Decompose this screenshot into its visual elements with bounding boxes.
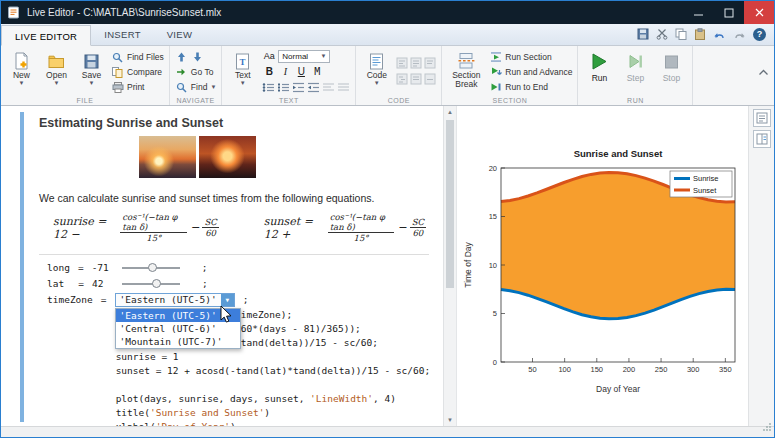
undo-icon[interactable]: [713, 29, 726, 40]
search-icon: [175, 82, 188, 93]
tab-insert[interactable]: INSERT: [91, 24, 153, 45]
long-slider[interactable]: [122, 262, 180, 274]
find-files-button[interactable]: Find Files: [111, 50, 164, 64]
scroll-up-icon[interactable]: ▲: [447, 106, 453, 118]
tab-view[interactable]: VIEW: [154, 24, 205, 45]
bulleted-list-icon[interactable]: [262, 79, 275, 97]
lat-variable-name: lat: [47, 278, 64, 289]
save-button[interactable]: Save ▼: [76, 49, 107, 95]
output-panel: 5010015020025030035005101520Sunrise and …: [456, 106, 748, 426]
code-line-sunset[interactable]: sunset = 12 + acosd(-tand(lat)*tand(delt…: [47, 350, 429, 364]
underline-button[interactable]: U: [294, 66, 308, 77]
close-button[interactable]: [744, 1, 774, 24]
maximize-button[interactable]: [714, 1, 744, 24]
monospace-button[interactable]: M: [310, 66, 324, 77]
run-to-end-button[interactable]: Run to End: [489, 80, 572, 94]
text-button[interactable]: T Text ▼: [227, 49, 258, 95]
compare-button[interactable]: Compare: [111, 65, 164, 79]
ribbon-group-navigate: Go To Find ▼ NAVIGATE: [170, 46, 223, 105]
minimize-button[interactable]: [684, 1, 714, 24]
sunset-photos: [139, 136, 429, 178]
step-button-label: Step: [627, 73, 645, 83]
collapse-ribbon-icon[interactable]: [758, 62, 769, 80]
long-slider-thumb[interactable]: [148, 263, 157, 272]
chevron-down-icon: ▼: [320, 53, 326, 59]
go-to-button[interactable]: Go To: [175, 65, 217, 79]
paragraph-style-select[interactable]: Normal▼: [278, 50, 330, 63]
indent-code-icon-disabled: [396, 71, 408, 89]
ribbon-group-code: Code ▼ CODE: [356, 46, 442, 105]
lat-slider-thumb[interactable]: [152, 279, 161, 288]
run-button[interactable]: Run: [583, 49, 615, 95]
run-and-advance-label: Run and Advance: [505, 67, 572, 77]
svg-text:150: 150: [591, 365, 604, 374]
code-block[interactable]: long = -71 ; lat = 42 ; timeZone: [39, 254, 429, 420]
chevron-down-icon: ▼: [210, 84, 216, 90]
equations-row: sunrise = 12 − cos⁻¹(−tan φ tan δ)15° − …: [53, 212, 429, 244]
cut-icon[interactable]: [656, 28, 668, 40]
paste-icon[interactable]: [694, 28, 706, 40]
uncomment-icon-disabled: [424, 71, 436, 89]
code-line-plot[interactable]: plot(days, sunrise, days, sunset, 'LineW…: [47, 378, 429, 392]
code-line-title[interactable]: title('Sunrise and Sunset'): [47, 392, 429, 406]
live-script-document[interactable]: Estimating Sunrise and Sunset We can cal…: [1, 106, 443, 426]
numbered-list-icon[interactable]: [277, 79, 290, 97]
copy-icon[interactable]: [675, 28, 687, 40]
app-window: Live Editor - C:\MATLAB\SunriseSunset.ml…: [0, 0, 775, 438]
run-section-label: Run Section: [505, 52, 551, 62]
indent-decrease-icon[interactable]: [292, 79, 305, 97]
redo-icon[interactable]: [733, 29, 746, 40]
open-button[interactable]: Open ▼: [41, 49, 72, 95]
ribbon-group-file: New ▼ Open ▼ Save ▼ Find Files: [1, 46, 170, 105]
svg-text:20: 20: [489, 164, 497, 173]
scroll-down-icon[interactable]: ▼: [447, 414, 453, 426]
long-control-line[interactable]: long = -71 ;: [47, 260, 429, 276]
align-left-icon[interactable]: [322, 79, 335, 97]
find-files-label: Find Files: [127, 52, 164, 62]
run-section-button[interactable]: Run Section: [489, 50, 572, 64]
group-label-code: CODE: [356, 97, 441, 104]
run-and-advance-button[interactable]: Run and Advance: [489, 65, 572, 79]
lat-slider[interactable]: [122, 278, 180, 290]
step-button[interactable]: Step: [619, 49, 651, 95]
stop-button[interactable]: Stop: [655, 49, 687, 95]
save-button-label: Save: [82, 71, 101, 80]
timezone-dropdown[interactable]: 'Eastern (UTC-5)' ▼: [115, 293, 235, 307]
code-button[interactable]: Code ▼: [361, 49, 392, 95]
bold-button[interactable]: B: [262, 66, 276, 77]
intro-paragraph: We can calculate sunrise and sunset time…: [39, 192, 429, 204]
save-icon[interactable]: [637, 28, 649, 40]
document-scrollbar[interactable]: ▲ ▼: [443, 106, 456, 426]
scrollbar-thumb[interactable]: [446, 120, 454, 288]
print-button[interactable]: Print: [111, 80, 164, 94]
help-icon[interactable]: ?: [753, 28, 766, 41]
svg-text:T: T: [240, 56, 246, 66]
code-line-xlabel[interactable]: xlabel('Day of Year'): [47, 406, 429, 420]
section-break-button[interactable]: Section Break: [447, 49, 485, 95]
run-button-label: Run: [592, 73, 608, 83]
tab-live-editor[interactable]: LIVE EDITOR: [1, 25, 91, 46]
dropdown-arrow-icon[interactable]: ▼: [221, 294, 234, 306]
section-break-label: Section Break: [447, 71, 485, 90]
svg-text:250: 250: [655, 365, 668, 374]
dropdown-option-mountain[interactable]: 'Mountain (UTC-7)': [116, 335, 240, 348]
figure-output[interactable]: 5010015020025030035005101520Sunrise and …: [457, 144, 748, 400]
timezone-control-line[interactable]: timeZone = 'Eastern (UTC-5)' ▼ 'Eastern …: [47, 292, 429, 308]
compare-icon: [111, 67, 124, 78]
resize-grip[interactable]: [762, 418, 772, 436]
arrow-up-icon[interactable]: [175, 52, 188, 62]
output-right-toggle-icon[interactable]: [753, 130, 771, 148]
go-to-arrow-icon: [175, 67, 188, 77]
indent-increase-icon[interactable]: [307, 79, 320, 97]
find-button[interactable]: Find ▼: [175, 80, 217, 94]
svg-text:0: 0: [493, 358, 497, 367]
new-button[interactable]: New ▼: [6, 49, 37, 95]
search-icon: [111, 52, 124, 63]
main-area: Estimating Sunrise and Sunset We can cal…: [1, 106, 774, 426]
run-play-icon: [590, 52, 608, 73]
arrow-down-icon[interactable]: [191, 52, 204, 62]
output-inline-toggle-icon[interactable]: [753, 109, 771, 127]
align-justify-icon[interactable]: [337, 79, 350, 97]
italic-button[interactable]: I: [278, 66, 292, 77]
lat-control-line[interactable]: lat = 42 ;: [47, 276, 429, 292]
